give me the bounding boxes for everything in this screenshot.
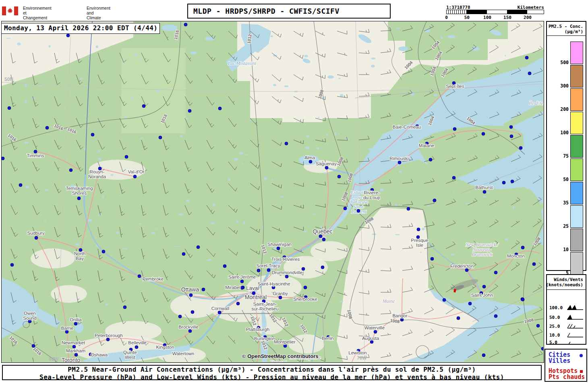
pm25-threshold-label: 300 [560, 83, 569, 89]
pm25-legend: PM2.5 - Conc. (µg/m³) 500300200100755035… [546, 21, 586, 271]
wind-legend-entry: 25.0 [547, 323, 586, 330]
pm25-legend-entry: 200 [547, 88, 586, 111]
svg-text:Saint-Jérôme: Saint-Jérôme [228, 275, 256, 279]
svg-text:Augusta: Augusta [362, 336, 379, 341]
wind-legend-entry: 5.0 [547, 339, 586, 346]
pm25-legend-entry: 25 [547, 205, 586, 228]
svg-text:Vermont: Vermont [270, 359, 287, 362]
svg-text:Belleville: Belleville [128, 340, 146, 345]
pm25-threshold-label: 100 [560, 130, 569, 135]
map-svg: 1016101610161016101610161016101210121012… [2, 21, 543, 362]
svg-text:Newmarket: Newmarket [62, 340, 85, 345]
pm25-threshold-label: 50 [563, 177, 569, 182]
wind-barb-icon [566, 339, 584, 346]
wind-legend-entry: 100.0 [547, 305, 586, 311]
wind-barb-icon [566, 332, 584, 338]
svg-text:Orillia: Orillia [70, 317, 82, 322]
pm25-swatch [570, 252, 583, 275]
timestamp-frame-indicator: Monday, 13 April 2026 22:00 EDT (4/44) [1, 23, 160, 34]
svg-text:Saint John: Saint John [471, 293, 493, 298]
product-title: MLDP - HRDPS/SHRPD - CWFIS/SCIFV [187, 4, 391, 19]
pm25-legend-entry: 5 [547, 252, 586, 275]
svg-text:Rivière-: Rivière- [364, 190, 380, 195]
svg-text:Markham: Markham [66, 348, 85, 353]
svg-text:Sherbrooke: Sherbrooke [293, 297, 317, 302]
svg-text:70W: 70W [357, 355, 367, 361]
svg-text:Saguenay: Saguenay [316, 161, 337, 166]
scale-strip [446, 10, 544, 14]
svg-text:Sudbury: Sudbury [27, 231, 45, 235]
pm25-legend-entry: 100 [547, 112, 586, 134]
pm25-swatch [570, 182, 583, 204]
svg-text:Montréal: Montréal [245, 294, 267, 300]
pm25-legend-entry: 300 [547, 65, 586, 87]
pm25-swatch [570, 88, 583, 111]
svg-text:Maine: Maine [382, 298, 395, 304]
svg-text:sur-Richelieu: sur-Richelieu [251, 306, 278, 311]
svg-text:Lac Mistassini: Lac Mistassini [228, 60, 256, 66]
wind-barb-icon [566, 323, 584, 329]
pm25-legend-title: PM2.5 - Conc. [549, 24, 583, 29]
svg-text:Toronto: Toronto [62, 357, 81, 362]
pm25-threshold-label: 35 [563, 200, 569, 206]
canada-flag-icon [2, 6, 18, 15]
svg-text:Lewiston: Lewiston [348, 350, 366, 355]
scale-tick-label: 150 [503, 15, 511, 20]
svg-text:80W: 80W [49, 356, 59, 362]
svg-text:Sept-Îles: Sept-Îles [446, 84, 464, 89]
svg-text:du-Loup: du-Loup [363, 195, 380, 200]
svg-text:Alma: Alma [304, 155, 315, 160]
city-dot-icon [579, 354, 583, 358]
pm25-threshold-label: 200 [560, 106, 569, 112]
pm25-legend-entry: 500 [547, 42, 586, 64]
pm25-threshold-label: 75 [563, 153, 569, 159]
pm25-threshold-label: 500 [560, 60, 569, 65]
pm25-legend-entry: 10 [547, 229, 586, 251]
svg-text:Ottawa: Ottawa [181, 286, 199, 293]
weather-map-page: Environnement etChangement climatique Ca… [0, 0, 588, 383]
wind-legend-entry: 10.0 [547, 332, 586, 339]
wind-speed-label: 10.0 [549, 333, 560, 338]
wind-speed-label: 25.0 [549, 324, 560, 329]
svg-text:Moncton: Moncton [507, 254, 525, 258]
svg-text:Brunswick: Brunswick [472, 252, 493, 257]
pm25-threshold-label: 10 [563, 247, 569, 252]
svg-text:Île d'Anticosti: Île d'Anticosti [529, 100, 543, 106]
osm-attribution: © OpenStreetMap contributors [242, 353, 318, 359]
svg-text:50N: 50N [4, 77, 13, 82]
svg-text:Oshawa: Oshawa [91, 352, 108, 357]
svg-text:Quinte: Quinte [123, 350, 137, 355]
svg-text:Baie-Comeau: Baie-Comeau [393, 125, 421, 129]
pm25-swatch [570, 158, 583, 181]
pm25-swatch [570, 42, 583, 64]
svg-text:Bangor: Bangor [392, 313, 407, 318]
svg-text:Noranda: Noranda [88, 174, 106, 179]
pm25-swatch [570, 229, 583, 251]
svg-text:Owen: Owen [24, 311, 36, 316]
svg-text:Val-d'Or: Val-d'Or [128, 169, 145, 174]
svg-text:Temiskaming: Temiskaming [66, 186, 93, 191]
svg-text:Saint-Hyacinthe: Saint-Hyacinthe [257, 281, 290, 286]
svg-text:Sound: Sound [23, 316, 36, 321]
svg-text:Saint-Jean-: Saint-Jean- [253, 302, 277, 306]
svg-text:Watertown: Watertown [172, 351, 195, 356]
legend-hotspots-fr: Pts chauds [549, 373, 585, 381]
caption-line1: PM2.5 Near-Ground Air Concentrations (µg… [3, 366, 541, 374]
svg-text:Barrie: Barrie [61, 326, 74, 331]
svg-text:Cornwall: Cornwall [211, 306, 230, 311]
map-caption: PM2.5 Near-Ground Air Concentrations (µg… [2, 365, 542, 380]
scale-tick-label: 100 [483, 15, 491, 20]
wind-legend-entry: 50.0 [547, 314, 586, 321]
pm25-swatch [570, 135, 583, 158]
svg-text:Mirabel: Mirabel [225, 285, 240, 290]
winds-legend: Winds/Vents (knots/noeuds) 100.050.025.0… [546, 274, 586, 345]
markers-legend: Cities Villes Hotspots Pts chauds [545, 349, 587, 382]
caption-line2: Sea-Level Pressure (hPa) and Low-Level W… [3, 374, 541, 381]
svg-text:Kingston: Kingston [156, 345, 174, 350]
svg-text:Brockville: Brockville [178, 325, 198, 329]
svg-text:Fredericton: Fredericton [450, 264, 474, 269]
pm25-swatch [570, 112, 583, 134]
svg-text:Montpelier: Montpelier [274, 339, 296, 344]
svg-text:Pembroke: Pembroke [143, 277, 164, 281]
pm25-threshold-label: 25 [563, 223, 569, 229]
